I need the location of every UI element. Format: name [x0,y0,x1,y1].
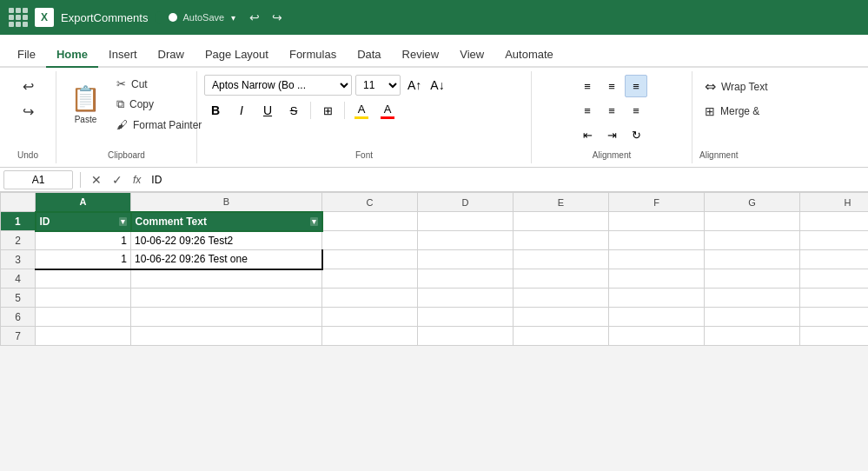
indent-left-button[interactable]: ⇤ [576,123,599,146]
undo-quick-btn[interactable]: ↩ [246,9,263,26]
text-direction-button[interactable]: ↻ [625,123,647,146]
cell-d1[interactable] [418,212,514,231]
cell-g6[interactable] [705,308,800,327]
cell-c3[interactable] [322,250,418,269]
col-header-g[interactable]: G [705,193,800,212]
align-right-button[interactable]: ≡ [625,99,647,122]
menu-data[interactable]: Data [347,43,391,68]
decrease-font-button[interactable]: A↓ [427,76,447,94]
cell-c7[interactable] [322,327,418,346]
increase-font-button[interactable]: A↑ [404,76,425,94]
cell-f3[interactable] [609,250,705,269]
cell-d6[interactable] [418,308,514,327]
cell-f1[interactable] [609,212,705,231]
cell-h2[interactable] [800,231,869,250]
cell-a7[interactable] [36,327,131,346]
cell-a1[interactable]: ID ▾ [36,212,131,231]
merge-button[interactable]: ⊞ Merge & [699,102,765,121]
cell-g5[interactable] [705,289,800,308]
cell-h4[interactable] [800,269,869,289]
align-left-button[interactable]: ≡ [576,99,599,122]
menu-page-layout[interactable]: Page Layout [195,43,279,68]
cell-a2[interactable]: 1 [36,231,131,250]
cell-e6[interactable] [514,308,609,327]
copy-button[interactable]: ⧉ Copy [111,95,207,114]
menu-file[interactable]: File [7,43,46,68]
col-header-b[interactable]: B [131,193,322,212]
cell-h7[interactable] [800,327,869,346]
menu-home[interactable]: Home [46,43,98,68]
cell-d3[interactable] [418,250,514,269]
title-chevron[interactable]: ▾ [231,13,235,23]
cell-a4[interactable] [36,269,131,289]
wrap-text-button[interactable]: ⇔ Wrap Text [699,75,773,98]
align-left-top-button[interactable]: ≡ [576,75,599,97]
cell-f5[interactable] [609,289,705,308]
cell-b4[interactable] [131,269,322,289]
cell-h5[interactable] [800,289,869,308]
col-header-f[interactable]: F [609,193,705,212]
cell-f2[interactable] [609,231,705,250]
cell-a3[interactable]: 1 [36,250,131,269]
cell-e1[interactable] [514,212,609,231]
strikethrough-button[interactable]: S [282,99,305,122]
cell-c5[interactable] [322,289,418,308]
align-center-button[interactable]: ≡ [600,99,623,122]
align-center-top-button[interactable]: ≡ [600,75,623,97]
cell-c2[interactable] [322,231,418,250]
cell-e5[interactable] [514,289,609,308]
cell-e7[interactable] [514,327,609,346]
cell-g1[interactable] [705,212,800,231]
font-color-button[interactable]: A [376,99,399,122]
cell-b7[interactable] [131,327,322,346]
paste-button[interactable]: 📋 Paste [63,75,108,134]
autosave-toggle[interactable] [155,11,179,23]
formula-confirm-button[interactable]: ✓ [109,171,126,189]
cell-d2[interactable] [418,231,514,250]
formula-input[interactable] [148,172,865,188]
menu-automate[interactable]: Automate [494,43,564,68]
cell-h6[interactable] [800,308,869,327]
filter-arrow-a[interactable]: ▾ [119,217,127,226]
redo-button[interactable]: ↪ [17,100,39,123]
cell-h3[interactable] [800,250,869,269]
app-grid-button[interactable] [9,8,28,27]
col-header-d[interactable]: D [418,193,514,212]
format-painter-button[interactable]: 🖌 Format Painter [111,116,207,134]
cell-g4[interactable] [705,269,800,289]
cut-button[interactable]: ✂ Cut [111,75,207,93]
col-header-c[interactable]: C [322,193,418,212]
col-header-a[interactable]: A [36,193,131,212]
menu-review[interactable]: Review [392,43,450,68]
menu-insert[interactable]: Insert [98,43,148,68]
cell-c1[interactable] [322,212,418,231]
cell-d7[interactable] [418,327,514,346]
cell-f7[interactable] [609,327,705,346]
bold-button[interactable]: B [204,99,227,122]
indent-right-button[interactable]: ⇥ [600,123,623,146]
menu-draw[interactable]: Draw [148,43,195,68]
col-header-h[interactable]: H [800,193,869,212]
corner-cell[interactable] [1,193,36,212]
font-size-select[interactable]: 11 [355,75,401,96]
cell-b2[interactable]: 10-06-22 09:26 Test2 [131,231,322,250]
cell-d4[interactable] [418,269,514,289]
formula-cancel-button[interactable]: ✕ [88,171,105,189]
cell-a6[interactable] [36,308,131,327]
cell-reference-box[interactable]: A1 [3,170,73,189]
cell-a5[interactable] [36,289,131,308]
filter-arrow-b[interactable]: ▾ [310,217,318,226]
cell-e4[interactable] [514,269,609,289]
cell-b5[interactable] [131,289,322,308]
menu-view[interactable]: View [449,43,494,68]
fill-color-button[interactable]: A [350,99,373,122]
cell-d5[interactable] [418,289,514,308]
cell-b1[interactable]: Comment Text ▾ [131,212,322,231]
col-header-e[interactable]: E [514,193,609,212]
cell-g3[interactable] [705,250,800,269]
cell-e2[interactable] [514,231,609,250]
cell-f6[interactable] [609,308,705,327]
cell-c4[interactable] [322,269,418,289]
italic-button[interactable]: I [230,99,253,122]
align-right-top-button[interactable]: ≡ [625,75,647,97]
